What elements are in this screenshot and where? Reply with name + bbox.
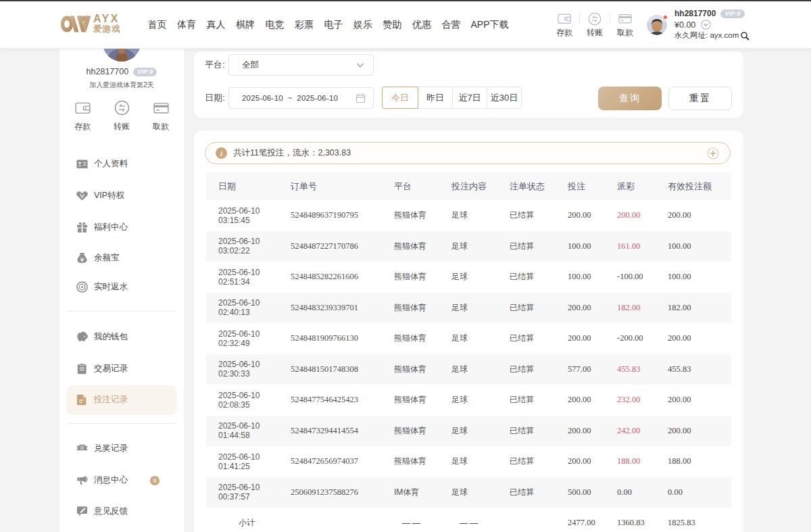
search-button[interactable]: 查询 bbox=[598, 87, 662, 110]
brand-logo-text: AYX 爱游戏 bbox=[93, 14, 121, 34]
table-row: 2025-06-1002:32:49 5248481909766130 熊猫体育… bbox=[206, 323, 731, 354]
sidebar-item-vip[interactable]: VIP特权 bbox=[66, 181, 177, 211]
sidebar-quick-transfer[interactable]: 转账 bbox=[102, 100, 141, 132]
platform-select-value: 全部 bbox=[242, 59, 259, 71]
nav-item-1[interactable]: 体育 bbox=[177, 19, 197, 31]
cell-valid: 182.00 bbox=[668, 303, 731, 313]
permanent-url[interactable]: 永久网址: ayx.com bbox=[674, 30, 739, 41]
column-header: 日期 bbox=[218, 180, 291, 193]
header: AYX 爱游戏 首页体育真人棋牌电竞彩票电子娱乐赞助优惠合营APP下载 存款 转… bbox=[0, 1, 811, 48]
sidebar-item-message[interactable]: 消息中心9 bbox=[66, 466, 177, 495]
profile-icon bbox=[76, 158, 88, 170]
sidebar-quick-wallet[interactable]: 存款 bbox=[63, 100, 102, 132]
sidebar-item-label: 消息中心 bbox=[94, 475, 128, 486]
header-quick-wallet[interactable]: 存款 bbox=[553, 13, 576, 37]
nav-item-7[interactable]: 娱乐 bbox=[353, 19, 373, 31]
range-button-0[interactable]: 今日 bbox=[382, 87, 418, 109]
date-range-shortcuts: 今日昨日近7日近30日 bbox=[382, 87, 522, 109]
cell-order-number: 5248473294414554 bbox=[291, 426, 394, 436]
cell-bet: 200.00 bbox=[568, 210, 617, 220]
quick-action-label: 存款 bbox=[74, 121, 91, 132]
divider bbox=[579, 13, 580, 24]
column-header: 派彩 bbox=[617, 180, 668, 193]
calendar-icon bbox=[355, 93, 366, 103]
cell-payout: -100.00 bbox=[617, 272, 668, 282]
sidebar-quick-bankcard[interactable]: 取款 bbox=[141, 100, 180, 132]
nav-item-9[interactable]: 优惠 bbox=[412, 19, 432, 31]
cell-date: 2025-06-1001:44:58 bbox=[218, 421, 291, 440]
sidebar-item-label: 兑奖记录 bbox=[94, 443, 128, 454]
sidebar-username-row: hh2817700 VIP 0 bbox=[59, 67, 184, 76]
brand-logo-icon bbox=[60, 14, 91, 34]
cell-valid: 200.00 bbox=[668, 333, 731, 343]
sidebar-item-transactions[interactable]: 交易记录 bbox=[66, 354, 177, 383]
nav-item-0[interactable]: 首页 bbox=[147, 19, 167, 31]
avatar[interactable] bbox=[647, 15, 667, 35]
quick-action-label: 转账 bbox=[114, 121, 130, 132]
header-quick-transfer[interactable]: 转账 bbox=[583, 13, 606, 37]
bankcard-icon bbox=[153, 100, 169, 116]
brand-logo[interactable]: AYX 爱游戏 bbox=[60, 14, 121, 34]
date-range-input[interactable]: 2025-06-10 ~ 2025-06-10 bbox=[228, 87, 374, 109]
quick-action-label: 存款 bbox=[556, 28, 572, 37]
nav-item-2[interactable]: 真人 bbox=[206, 19, 226, 31]
header-quick-bankcard[interactable]: 取款 bbox=[614, 13, 637, 37]
cell-content: 足球 bbox=[451, 364, 510, 375]
cell-bet: 200.00 bbox=[568, 456, 617, 466]
platform-select[interactable]: 全部 bbox=[228, 54, 374, 76]
mywallet-icon bbox=[76, 331, 88, 343]
nav-item-3[interactable]: 棋牌 bbox=[236, 19, 255, 31]
cell-payout: 0.00 bbox=[617, 487, 668, 498]
records-card: i 共计11笔投注，流水：2,303.83 日期订单号平台投注内容注单状态投注派… bbox=[194, 130, 743, 532]
cell-content: 足球 bbox=[451, 425, 510, 437]
nav-item-10[interactable]: 合营 bbox=[441, 19, 461, 31]
sidebar-item-feedback[interactable]: 意见反馈 bbox=[66, 497, 177, 527]
divider bbox=[68, 423, 176, 424]
cell-payout: 242.00 bbox=[617, 426, 668, 436]
sidebar-item-redeem[interactable]: 兑奖记录 bbox=[66, 433, 177, 463]
cell-valid: 455.83 bbox=[668, 364, 731, 374]
table-row: 2025-06-1003:15:45 5248489637190795 熊猫体育… bbox=[206, 200, 731, 231]
cell-bet: 200.00 bbox=[568, 333, 617, 343]
nav-item-5[interactable]: 彩票 bbox=[295, 19, 314, 31]
sidebar-item-rebate[interactable]: 实时返水 bbox=[66, 272, 177, 302]
range-button-1[interactable]: 昨日 bbox=[418, 87, 453, 109]
cell-valid: 188.00 bbox=[668, 456, 731, 466]
cell-order-number: 5248481501748308 bbox=[291, 364, 394, 374]
sidebar-item-label: 余额宝 bbox=[94, 252, 120, 264]
column-header: 订单号 bbox=[291, 180, 394, 193]
balance-refresh-icon[interactable] bbox=[701, 20, 711, 30]
sidebar-item-profile[interactable]: 个人资料 bbox=[66, 149, 177, 179]
expand-icon[interactable] bbox=[707, 147, 719, 160]
magnifier-icon[interactable] bbox=[740, 31, 749, 41]
cell-valid: 200.00 bbox=[668, 210, 731, 220]
cell-date: 2025-06-1002:30:33 bbox=[218, 360, 291, 379]
sidebar-item-yuebao[interactable]: 余额宝 bbox=[66, 243, 177, 272]
range-button-3[interactable]: 近30日 bbox=[487, 87, 522, 109]
transfer-icon bbox=[114, 100, 130, 116]
bankcard-icon bbox=[618, 13, 632, 26]
sidebar-quick-actions: 存款 转账 取款 bbox=[59, 100, 184, 132]
sidebar-item-betrecords[interactable]: 投注记录 bbox=[66, 385, 177, 415]
cell-order-number: 5248483239339701 bbox=[291, 303, 394, 313]
sidebar-item-label: 意见反馈 bbox=[94, 506, 128, 517]
cell-status: 已结算 bbox=[510, 210, 568, 221]
table-row: 2025-06-1000:37:57 2506091237588276 IM体育… bbox=[206, 477, 731, 508]
reset-button[interactable]: 重置 bbox=[668, 87, 732, 110]
notification-dot bbox=[663, 15, 668, 20]
sidebar-item-label: 投注记录 bbox=[94, 394, 128, 406]
username[interactable]: hh2817700 bbox=[674, 9, 716, 18]
nav-item-4[interactable]: 电竞 bbox=[265, 19, 285, 31]
nav-item-11[interactable]: APP下载 bbox=[471, 19, 509, 31]
footer-bet-total: 2477.00 bbox=[568, 518, 617, 528]
cell-valid: 200.00 bbox=[668, 395, 731, 405]
nav-item-6[interactable]: 电子 bbox=[324, 19, 343, 31]
cell-date: 2025-06-1001:41:25 bbox=[218, 452, 291, 471]
cell-content: 足球 bbox=[451, 210, 510, 221]
sidebar-item-welfare[interactable]: 福利中心 bbox=[66, 213, 177, 243]
nav-item-8[interactable]: 赞助 bbox=[383, 19, 402, 31]
header-user: hh2817700 VIP 0 ¥0.00 永久网址: ayx.com bbox=[647, 1, 749, 48]
sidebar-item-mywallet[interactable]: 我的钱包 bbox=[66, 322, 177, 352]
cell-payout: 200.00 bbox=[617, 210, 668, 220]
range-button-2[interactable]: 近7日 bbox=[452, 87, 487, 109]
